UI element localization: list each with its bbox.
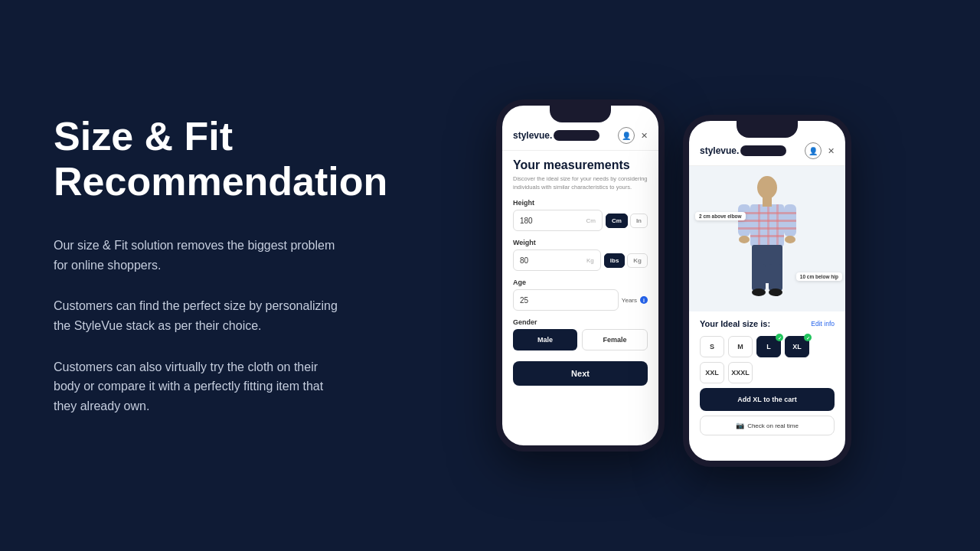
- gender-label: Gender: [513, 318, 648, 326]
- logo-text-2: stylevue.: [700, 145, 739, 156]
- size-s-btn[interactable]: S: [700, 336, 724, 357]
- right-section: stylevue. 👤 ✕ Your measurements Discover…: [398, 84, 980, 467]
- phone-1-notch: [550, 106, 611, 122]
- measurements-title: Your measurements: [513, 158, 648, 172]
- avatar-section: 2 cm above elbow 10 cm below hip: [689, 166, 845, 311]
- height-label: Height: [513, 199, 648, 207]
- svg-rect-6: [758, 204, 760, 246]
- gender-female-btn[interactable]: Female: [582, 329, 648, 350]
- years-label: Years: [622, 297, 637, 304]
- svg-point-23: [769, 289, 782, 296]
- weight-kg-btn[interactable]: Kg: [627, 253, 648, 268]
- size-grid-2: XXL XXXL: [700, 362, 835, 383]
- svg-rect-7: [767, 204, 769, 246]
- avatar-svg: [729, 172, 805, 306]
- phone-2-notch: [737, 121, 798, 138]
- left-section: Size & FitRecommendation Our size & Fit …: [0, 68, 398, 484]
- elbow-tag: 2 cm above elbow: [695, 212, 746, 220]
- desc-3: Customers can also virtually try the clo…: [54, 357, 345, 416]
- phone-2-logo: stylevue.: [700, 145, 786, 156]
- profile-icon-2[interactable]: 👤: [805, 142, 822, 159]
- status-pill-1: [554, 130, 599, 141]
- size-xxxl-btn[interactable]: XXXL: [728, 362, 753, 383]
- phone-1-mockup: stylevue. 👤 ✕ Your measurements Discover…: [496, 99, 665, 452]
- height-row: 180 Cm Cm In: [513, 210, 648, 231]
- desc-1: Our size & Fit solution removes the bigg…: [54, 236, 345, 275]
- svg-rect-15: [784, 220, 796, 222]
- phone-1-icons: 👤 ✕: [618, 127, 648, 144]
- check-real-time-button[interactable]: 📷 Check on real time: [700, 416, 835, 435]
- age-label: Age: [513, 279, 648, 286]
- svg-rect-12: [738, 227, 750, 230]
- weight-unit-group: lbs Kg: [604, 253, 648, 268]
- height-unit-group: Cm In: [606, 214, 648, 228]
- phone-1-body: Your measurements Discover the ideal siz…: [502, 151, 658, 393]
- svg-rect-8: [776, 204, 779, 246]
- status-pill-2: [740, 145, 786, 156]
- camera-icon: 📷: [736, 422, 744, 429]
- svg-rect-14: [784, 212, 796, 214]
- phone-2-mockup: stylevue. 👤 ✕: [683, 115, 851, 467]
- desc-2: Customers can find the perfect size by p…: [54, 296, 345, 335]
- size-l-btn[interactable]: L ✓: [756, 336, 781, 357]
- svg-rect-16: [784, 227, 796, 230]
- profile-icon[interactable]: 👤: [618, 127, 635, 144]
- svg-rect-24: [763, 197, 772, 207]
- add-to-cart-button[interactable]: Add XL to the cart: [700, 388, 835, 411]
- next-button[interactable]: Next: [513, 361, 648, 386]
- ideal-size-section: Your Ideal size is: Edit info S M L ✓ XL…: [689, 311, 845, 443]
- age-input[interactable]: 25: [513, 289, 619, 311]
- phone-2-icons: 👤 ✕: [805, 142, 835, 159]
- phone-1-logo: stylevue.: [513, 130, 599, 141]
- close-icon-2[interactable]: ✕: [828, 146, 835, 156]
- gender-male-btn[interactable]: Male: [513, 329, 577, 350]
- gender-row: Male Female: [513, 329, 648, 350]
- weight-row: 80 Kg lbs Kg: [513, 249, 648, 271]
- height-input[interactable]: 180 Cm: [513, 210, 603, 231]
- logo-text: stylevue.: [513, 130, 552, 141]
- close-icon[interactable]: ✕: [641, 131, 648, 141]
- weight-input[interactable]: 80 Kg: [513, 249, 601, 271]
- ideal-size-header: Your Ideal size is: Edit info: [700, 319, 835, 328]
- size-xxl-btn[interactable]: XXL: [700, 362, 724, 383]
- edit-info-btn[interactable]: Edit info: [811, 320, 835, 328]
- age-info-icon[interactable]: i: [640, 296, 648, 304]
- height-in-btn[interactable]: In: [630, 214, 648, 228]
- size-xl-btn[interactable]: XL ✓: [785, 336, 809, 357]
- age-row: 25 Years i: [513, 289, 648, 311]
- hip-tag: 10 cm below hip: [796, 272, 842, 281]
- svg-point-17: [739, 236, 750, 243]
- xl-check-badge: ✓: [804, 334, 812, 341]
- l-check-badge: ✓: [776, 334, 783, 341]
- size-grid-1: S M L ✓ XL ✓: [700, 336, 835, 357]
- page-title: Size & FitRecommendation: [54, 114, 345, 206]
- weight-label: Weight: [513, 239, 648, 246]
- ideal-size-title: Your Ideal size is:: [700, 319, 770, 328]
- svg-point-22: [752, 289, 766, 296]
- svg-rect-21: [769, 264, 782, 291]
- svg-point-0: [757, 176, 777, 199]
- size-m-btn[interactable]: M: [728, 336, 753, 357]
- height-cm-btn[interactable]: Cm: [606, 214, 628, 228]
- svg-point-18: [785, 236, 795, 243]
- check-real-time-label: Check on real time: [747, 422, 799, 429]
- svg-rect-20: [752, 264, 766, 291]
- measurements-desc: Discover the ideal size for your needs b…: [513, 175, 648, 191]
- weight-lbs-btn[interactable]: lbs: [604, 253, 626, 268]
